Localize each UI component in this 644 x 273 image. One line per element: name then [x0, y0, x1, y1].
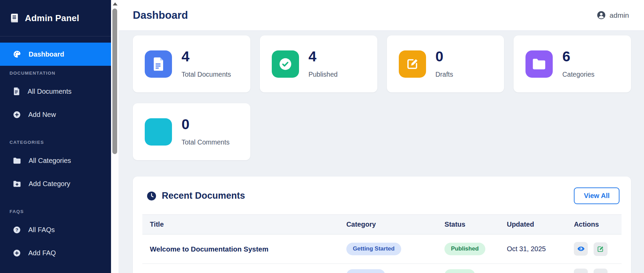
sidebar-section-faqs: FAQS: [0, 209, 111, 214]
recent-documents-header: Recent Documents View All: [133, 177, 631, 214]
stat-value: 4: [182, 49, 231, 64]
stat-value: 4: [309, 49, 338, 64]
stat-label: Total Comments: [182, 138, 230, 146]
edit-document-button[interactable]: [594, 269, 608, 273]
document-title: Welcome to Documentation System: [150, 245, 268, 253]
file-text-icon: [145, 50, 172, 78]
stat-label: Total Documents: [182, 71, 231, 78]
stat-label: Categories: [562, 71, 594, 78]
sidebar-section-documentation: DOCUMENTATION: [0, 71, 111, 76]
sidebar-scrollbar-track[interactable]: [111, 0, 119, 273]
edit-document-button[interactable]: [594, 242, 608, 256]
pencil-square-icon: [597, 245, 604, 253]
sidebar-header: Admin Panel: [0, 0, 111, 36]
status-badge: Published: [444, 243, 485, 255]
sidebar-item-label: Add New: [28, 111, 56, 119]
stat-card-total-comments: 0 Total Comments: [133, 103, 250, 160]
sidebar-item-label: All FAQs: [28, 226, 55, 234]
page-title: Dashboard: [133, 9, 188, 21]
file-text-icon: [13, 87, 20, 95]
sidebar-item-label: Dashboard: [29, 50, 64, 58]
user-menu[interactable]: admin: [597, 11, 629, 20]
column-header-category: Category: [339, 215, 437, 234]
sidebar: Admin Panel Dashboard DOCUMENTATION: [0, 0, 111, 273]
username: admin: [610, 11, 629, 19]
stat-value: 0: [436, 49, 453, 64]
sidebar-item-all-documents[interactable]: All Documents: [0, 80, 111, 103]
sidebar-item-all-categories[interactable]: All Categories: [0, 149, 111, 172]
clock-icon: [146, 191, 157, 201]
person-circle-icon: [597, 11, 606, 20]
svg-text:?: ?: [15, 227, 18, 232]
sidebar-scrollbar-thumb[interactable]: [112, 9, 117, 154]
view-document-button[interactable]: [574, 269, 588, 273]
comments-tile: [145, 118, 172, 146]
folder-plus-icon: [13, 180, 21, 187]
stat-card-total-documents: 4 Total Documents: [133, 35, 250, 92]
sidebar-item-dashboard[interactable]: Dashboard: [0, 43, 111, 66]
stat-card-categories: 6 Categories: [514, 35, 631, 92]
sidebar-item-label: Add Category: [29, 180, 70, 188]
top-header: Dashboard admin: [119, 0, 644, 31]
check-circle-icon: [272, 50, 299, 78]
stat-label: Published: [309, 71, 338, 78]
view-all-button[interactable]: View All: [574, 187, 619, 204]
stat-cards: 4 Total Documents 4 Published: [133, 35, 631, 160]
eye-icon: [577, 245, 585, 253]
sidebar-item-add-category[interactable]: Add Category: [0, 172, 111, 195]
table-header-row: Title Category Status Updated Actions: [142, 215, 622, 234]
column-header-status: Status: [437, 215, 499, 234]
stat-card-drafts: 0 Drafts: [387, 35, 504, 92]
sidebar-item-label: All Categories: [29, 157, 71, 165]
sidebar-item-label: All Documents: [28, 88, 72, 95]
table-row: Welcome to Documentation System Getting …: [142, 234, 622, 264]
sidebar-section-categories: CATEGORIES: [0, 140, 111, 145]
column-header-title: Title: [142, 215, 339, 234]
sidebar-nav: Dashboard DOCUMENTATION All Documents: [0, 36, 111, 264]
recent-documents-title: Recent Documents: [162, 191, 245, 201]
status-badge: [444, 269, 475, 273]
sidebar-item-label: Add FAQ: [28, 249, 56, 257]
column-header-updated: Updated: [499, 215, 566, 234]
sidebar-item-add-new[interactable]: Add New: [0, 103, 111, 126]
folder-icon: [13, 157, 21, 164]
plus-circle-icon: [13, 249, 21, 257]
column-header-actions: Actions: [566, 215, 622, 234]
view-document-button[interactable]: [574, 242, 588, 256]
stat-value: 6: [562, 49, 594, 64]
book-icon: [10, 13, 20, 23]
stat-value: 0: [182, 117, 230, 132]
category-badge: [346, 269, 385, 273]
stat-label: Drafts: [436, 71, 453, 78]
sidebar-item-all-faqs[interactable]: ? All FAQs: [0, 218, 111, 241]
stat-card-published: 4 Published: [260, 35, 377, 92]
question-circle-icon: ?: [13, 226, 21, 234]
scrollbar-up-arrow-icon[interactable]: [113, 2, 117, 5]
updated-date: Oct 31, 2025: [507, 245, 546, 253]
dashboard-content: 4 Total Documents 4 Published: [119, 31, 644, 273]
table-row-partial: [142, 264, 622, 273]
sidebar-item-add-faq[interactable]: Add FAQ: [0, 241, 111, 264]
folder-icon: [525, 50, 553, 78]
documents-table: Title Category Status Updated Actions We…: [142, 214, 622, 273]
recent-documents-card: Recent Documents View All Title Category…: [133, 177, 631, 273]
main-area: Dashboard admin: [119, 0, 644, 273]
palette-icon: [13, 50, 21, 58]
plus-circle-icon: [13, 111, 21, 119]
app-title: Admin Panel: [25, 13, 79, 24]
pencil-square-icon: [399, 50, 426, 78]
category-badge: Getting Started: [346, 243, 401, 255]
